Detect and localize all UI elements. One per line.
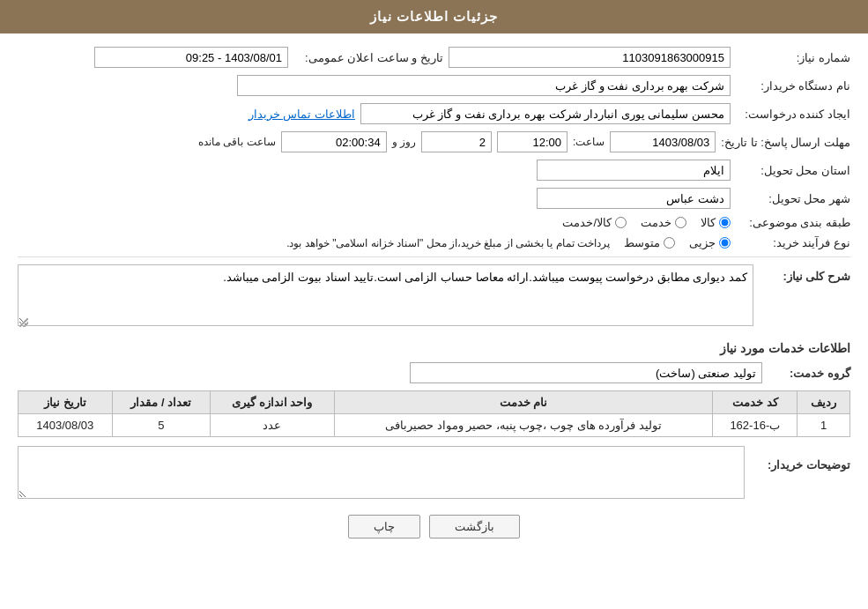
page-wrapper: جزئیات اطلاعات نیاز شماره نیاز: تاریخ و … [0,0,868,609]
category-label-kala: کالا [701,216,716,229]
creator-label: ایجاد کننده درخواست: [736,108,850,121]
purchase-note: پرداخت تمام یا بخشی از مبلغ خرید،از محل … [286,237,610,249]
send-date-label: مهلت ارسال پاسخ: تا تاریخ: [721,136,850,149]
col-row: ردیف [798,391,850,414]
category-label-kala-khedmat: کالا/خدمت [562,216,612,229]
row-buyer-name: نام دستگاه خریدار: [18,75,850,96]
service-section: اطلاعات خدمات مورد نیاز گروه خدمت: ردیف … [18,341,850,437]
category-label: طبقه بندی موضوعی: [736,216,850,229]
row-purchase-type: نوع فرآیند خرید: جزیی متوسط پرداخت تمام … [18,236,850,249]
category-option-khedmat[interactable]: خدمت [641,216,686,229]
buyer-desc-label: توضیحات خریدار: [753,458,850,472]
row-need-number: شماره نیاز: تاریخ و ساعت اعلان عمومی: [18,47,850,68]
creator-link[interactable]: اطلاعات تماس خریدار [249,108,355,121]
resize-handle [19,318,28,327]
cell-unit: عدد [211,414,335,437]
announce-date-label: تاریخ و ساعت اعلان عمومی: [293,51,443,64]
table-row: 1 ب-16-162 تولید فرآورده های چوب ،چوب پن… [19,414,850,437]
page-title: جزئیات اطلاعات نیاز [370,9,498,24]
buyer-desc-row: توضیحات خریدار: [18,446,850,499]
purchase-option-motavas[interactable]: متوسط [624,236,675,249]
page-header: جزئیات اطلاعات نیاز [0,0,868,33]
category-label-khedmat: خدمت [641,216,671,229]
col-unit: واحد اندازه گیری [211,391,335,414]
col-qty: تعداد / مقدار [112,391,210,414]
send-days-input[interactable] [421,131,492,152]
cell-name: تولید فرآورده های چوب ،چوب پنبه، حصیر وم… [334,414,713,437]
announce-date-input[interactable] [94,47,288,68]
province-label: استان محل تحویل: [736,164,850,177]
category-option-kala[interactable]: کالا [701,216,731,229]
purchase-radio-jozei[interactable] [719,237,731,249]
city-label: شهر محل تحویل: [736,192,850,205]
service-group-input[interactable] [410,362,762,383]
cell-qty: 5 [112,414,210,437]
description-textarea[interactable] [18,264,753,326]
purchase-type-label: نوع فرآیند خرید: [736,236,850,249]
back-button[interactable]: بازگشت [429,515,520,538]
send-days-label: روز و [392,136,416,148]
category-option-kala-khedmat[interactable]: کالا/خدمت [562,216,627,229]
purchase-label-jozei: جزیی [689,236,716,249]
service-table: ردیف کد خدمت نام خدمت واحد اندازه گیری ت… [18,390,850,437]
service-info-title: اطلاعات خدمات مورد نیاز [18,341,850,355]
main-content: شماره نیاز: تاریخ و ساعت اعلان عمومی: نا… [0,33,868,569]
buyer-name-input[interactable] [237,75,731,96]
province-input[interactable] [537,160,731,181]
category-radio-khedmat[interactable] [675,217,686,228]
buyer-desc-textarea[interactable] [18,446,745,499]
service-group-label: گروه خدمت: [771,367,850,380]
category-radio-kala[interactable] [719,217,731,228]
purchase-option-jozei[interactable]: جزیی [689,236,731,249]
send-time-label: ساعت: [573,136,605,148]
need-number-input[interactable] [449,47,731,68]
description-container: شرح کلی نیاز: document.addEventListener(… [18,264,850,329]
category-radio-group: کالا خدمت کالا/خدمت [562,216,731,229]
purchase-radio-group: جزیی متوسط [624,236,731,249]
row-province: استان محل تحویل: [18,160,850,181]
cell-date: 1403/08/03 [19,414,113,437]
creator-input[interactable] [360,103,731,124]
cell-code: ب-16-162 [713,414,798,437]
cell-row: 1 [798,414,850,437]
purchase-radio-motavas[interactable] [664,237,675,249]
send-time-input[interactable] [497,131,568,152]
buyer-name-label: نام دستگاه خریدار: [736,79,850,93]
row-city: شهر محل تحویل: [18,188,850,209]
table-header-row: ردیف کد خدمت نام خدمت واحد اندازه گیری ت… [19,391,850,414]
need-number-label: شماره نیاز: [736,51,850,64]
send-remaining-input[interactable] [281,131,387,152]
description-label: شرح کلی نیاز: [762,270,850,283]
row-creator: ایجاد کننده درخواست: اطلاعات تماس خریدار [18,103,850,124]
city-input[interactable] [537,188,731,209]
col-date: تاریخ نیاز [19,391,113,414]
service-group-row: گروه خدمت: [18,362,850,383]
category-radio-kala-khedmat[interactable] [615,217,627,228]
print-button[interactable]: چاپ [348,515,420,538]
action-buttons: بازگشت چاپ [18,515,850,556]
divider-1 [18,256,850,257]
row-category: طبقه بندی موضوعی: کالا خدمت کالا/خدمت [18,216,850,229]
col-code: کد خدمت [713,391,798,414]
row-send-date: مهلت ارسال پاسخ: تا تاریخ: ساعت: روز و س… [18,131,850,152]
purchase-label-motavas: متوسط [624,236,660,249]
send-remaining-label: ساعت باقی مانده [198,136,276,148]
send-date-input[interactable] [610,131,716,152]
col-name: نام خدمت [334,391,713,414]
